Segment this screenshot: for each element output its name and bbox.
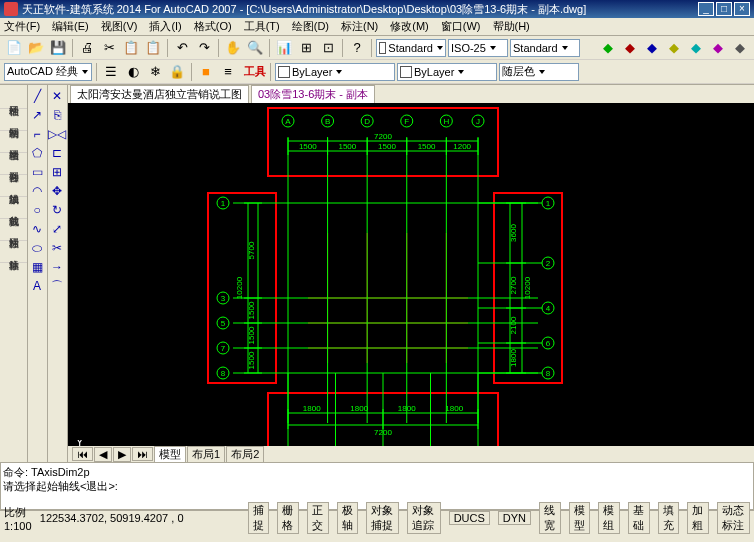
color-combo[interactable]: ByLayer (397, 63, 497, 81)
nav-next-icon[interactable]: ▶ (113, 447, 131, 462)
pan-icon[interactable]: ✋ (223, 38, 243, 58)
tool-palettes-icon[interactable]: ⊡ (318, 38, 338, 58)
nav-prev-icon[interactable]: ◀ (94, 447, 112, 462)
spline-icon[interactable]: ∿ (28, 220, 46, 238)
text-icon[interactable]: A (28, 277, 46, 295)
menu-tools[interactable]: 工具(T) (244, 19, 280, 34)
t7-icon[interactable]: ◆ (730, 38, 750, 58)
file-tab-2[interactable]: 03除雪13-6期末 - 副本 (251, 85, 375, 103)
t1-icon[interactable]: ◆ (598, 38, 618, 58)
t6-icon[interactable]: ◆ (708, 38, 728, 58)
mirror-icon[interactable]: ▷◁ (48, 125, 66, 143)
copy-icon[interactable]: 📋 (121, 38, 141, 58)
status-model[interactable]: 模型 (569, 502, 591, 534)
ray-icon[interactable]: ↗ (28, 106, 46, 124)
layer-lock-icon[interactable]: 🔒 (167, 62, 187, 82)
erase-icon[interactable]: ✕ (48, 87, 66, 105)
menu-edit[interactable]: 编辑(E) (52, 19, 89, 34)
layer-combo[interactable]: ByLayer (275, 63, 395, 81)
menu-file[interactable]: 文件(F) (4, 19, 40, 34)
status-grid[interactable]: 栅格 (277, 502, 299, 534)
arc-icon[interactable]: ◠ (28, 182, 46, 200)
menu-view[interactable]: 视图(V) (101, 19, 138, 34)
side-wall-axis[interactable]: 墙生轴网 (0, 131, 27, 153)
linetype-combo[interactable]: 随层色 (499, 63, 579, 81)
offset-icon[interactable]: ⊏ (48, 144, 66, 162)
cut-icon[interactable]: ✂ (99, 38, 119, 58)
maximize-button[interactable]: □ (716, 2, 732, 16)
open-icon[interactable]: 📂 (26, 38, 46, 58)
extend-icon[interactable]: → (48, 258, 66, 276)
side-add[interactable]: 添加轴线 (0, 175, 27, 197)
properties-icon[interactable]: 📊 (274, 38, 294, 58)
rotate-icon[interactable]: ↻ (48, 201, 66, 219)
hatch-icon[interactable]: ▦ (28, 258, 46, 276)
status-osnap[interactable]: 对象捕捉 (366, 502, 399, 534)
side-merge[interactable]: 轴网合并 (0, 153, 27, 175)
status-snap[interactable]: 捕捉 (248, 502, 270, 534)
minimize-button[interactable]: _ (698, 2, 714, 16)
layer-freeze-icon[interactable]: ❄ (145, 62, 165, 82)
t4-icon[interactable]: ◆ (664, 38, 684, 58)
help-icon[interactable]: ? (347, 38, 367, 58)
menu-window[interactable]: 窗口(W) (441, 19, 481, 34)
color-icon[interactable]: ■ (196, 62, 216, 82)
array-icon[interactable]: ⊞ (48, 163, 66, 181)
status-polar[interactable]: 极轴 (337, 502, 359, 534)
status-fill[interactable]: 填充 (658, 502, 680, 534)
t5-icon[interactable]: ◆ (686, 38, 706, 58)
side-single[interactable]: 单轴标注 (0, 241, 27, 263)
nav-last-icon[interactable]: ⏭ (132, 447, 153, 461)
menu-draw[interactable]: 绘图(D) (292, 19, 329, 34)
tblstyle-combo[interactable]: Standard (510, 39, 580, 57)
new-icon[interactable]: 📄 (4, 38, 24, 58)
linetype-icon[interactable]: ≡ (218, 62, 238, 82)
layer-off-icon[interactable]: ◐ (123, 62, 143, 82)
copy2-icon[interactable]: ⎘ (48, 106, 66, 124)
status-lwt[interactable]: 线宽 (539, 502, 561, 534)
status-ortho[interactable]: 正交 (307, 502, 329, 534)
status-ducs[interactable]: DUCS (449, 511, 490, 525)
tab-model[interactable]: 模型 (154, 446, 186, 463)
side-axis[interactable]: 轴网柱子 (0, 87, 27, 109)
side-trim[interactable]: 轴线裁剪 (0, 197, 27, 219)
tab-layout2[interactable]: 布局2 (226, 446, 264, 463)
status-dyn[interactable]: DYN (498, 511, 531, 525)
menu-dim[interactable]: 标注(N) (341, 19, 378, 34)
menu-insert[interactable]: 插入(I) (149, 19, 181, 34)
status-mg[interactable]: 模组 (598, 502, 620, 534)
zoom-icon[interactable]: 🔍 (245, 38, 265, 58)
dimstyle-combo[interactable]: Standard (376, 39, 446, 57)
menu-format[interactable]: 格式(O) (194, 19, 232, 34)
status-base[interactable]: 基础 (628, 502, 650, 534)
side-dim[interactable]: 轴网标注 (0, 219, 27, 241)
circle-icon[interactable]: ○ (28, 201, 46, 219)
paste-icon[interactable]: 📋 (143, 38, 163, 58)
status-otrack[interactable]: 对象追踪 (407, 502, 440, 534)
rect-icon[interactable]: ▭ (28, 163, 46, 181)
scale-icon[interactable]: ⤢ (48, 220, 66, 238)
menu-help[interactable]: 帮助(H) (493, 19, 530, 34)
tab-layout1[interactable]: 布局1 (187, 446, 225, 463)
line-icon[interactable]: ╱ (28, 87, 46, 105)
menu-modify[interactable]: 修改(M) (390, 19, 429, 34)
redo-icon[interactable]: ↷ (194, 38, 214, 58)
ellipse-icon[interactable]: ⬭ (28, 239, 46, 257)
close-button[interactable]: × (734, 2, 750, 16)
t2-icon[interactable]: ◆ (620, 38, 640, 58)
print-icon[interactable]: 🖨 (77, 38, 97, 58)
t3-icon[interactable]: ◆ (642, 38, 662, 58)
design-center-icon[interactable]: ⊞ (296, 38, 316, 58)
nav-first-icon[interactable]: ⏮ (72, 447, 93, 461)
txtstyle-combo[interactable]: ISO-25 (448, 39, 508, 57)
trim-icon[interactable]: ✂ (48, 239, 66, 257)
status-dynlabel[interactable]: 动态标注 (717, 502, 750, 534)
side-draw-axis[interactable]: 绘制轴网 (0, 109, 27, 131)
move-icon[interactable]: ✥ (48, 182, 66, 200)
fillet-icon[interactable]: ⌒ (48, 277, 66, 295)
polygon-icon[interactable]: ⬠ (28, 144, 46, 162)
file-tab-1[interactable]: 太阳湾安达曼酒店独立营销说工图 (70, 85, 249, 103)
workspace-combo[interactable]: AutoCAD 经典 (4, 63, 92, 81)
layer-manager-icon[interactable]: ☰ (101, 62, 121, 82)
polyline-icon[interactable]: ⌐ (28, 125, 46, 143)
